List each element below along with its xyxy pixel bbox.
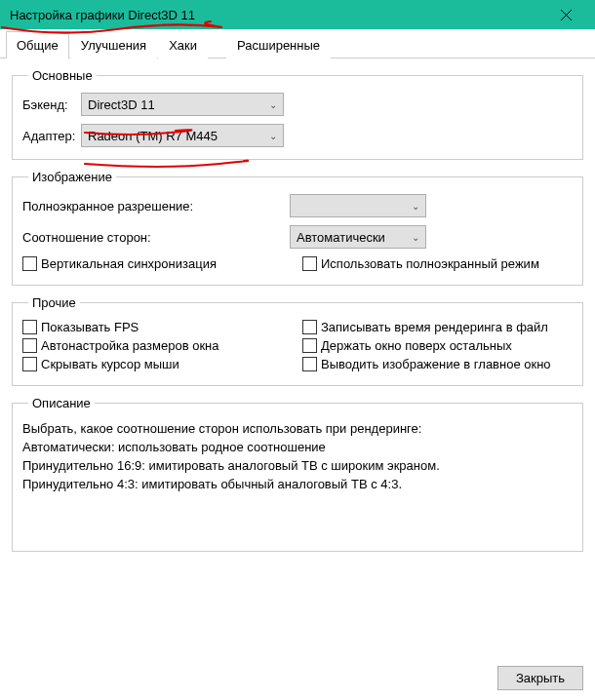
auto-window-label: Автонастройка размеров окна: [41, 338, 218, 353]
tab-content: Основные Бэкенд: Direct3D 11 ⌄ Адаптер: …: [0, 58, 595, 571]
tab-general[interactable]: Общие: [6, 31, 69, 58]
backend-select-value: Direct3D 11: [88, 97, 155, 112]
render-to-main-label: Выводить изображение в главное окно: [321, 357, 551, 371]
adapter-select-value: Radeon (TM) R7 M445: [88, 129, 218, 143]
aspect-select-value: Автоматически: [297, 230, 385, 245]
aspect-label: Соотношение сторон:: [22, 230, 208, 245]
show-fps-label: Показывать FPS: [41, 320, 139, 334]
hide-cursor-label: Скрывать курсор мыши: [41, 357, 179, 371]
backend-select[interactable]: Direct3D 11 ⌄: [81, 93, 284, 116]
title-bar: Настройка графики Direct3D 11: [0, 0, 595, 29]
show-fps-checkbox[interactable]: [22, 320, 37, 334]
tab-hacks[interactable]: Хаки: [158, 31, 208, 58]
vsync-checkbox-row[interactable]: Вертикальная синхронизация: [22, 256, 293, 271]
keep-ontop-checkbox-row[interactable]: Держать окно поверх остальных: [302, 338, 573, 353]
group-description: Описание Выбрать, какое соотношение стор…: [12, 396, 583, 552]
group-basic-title: Основные: [28, 68, 97, 83]
log-render-checkbox[interactable]: [302, 320, 317, 334]
hide-cursor-checkbox[interactable]: [22, 357, 37, 371]
fullres-select[interactable]: ⌄: [290, 194, 426, 217]
chevron-down-icon: ⌄: [412, 201, 419, 212]
render-to-main-checkbox-row[interactable]: Выводить изображение в главное окно: [302, 357, 573, 371]
fullres-label: Полноэкранное разрешение:: [22, 199, 208, 214]
log-render-label: Записывать время рендеринга в файл: [321, 320, 548, 334]
group-image-title: Изображение: [28, 170, 116, 184]
hide-cursor-checkbox-row[interactable]: Скрывать курсор мыши: [22, 357, 293, 371]
description-text: Выбрать, какое соотношение сторон исполь…: [22, 420, 573, 493]
fullscreen-checkbox-row[interactable]: Использовать полноэкранный режим: [302, 256, 573, 271]
chevron-down-icon: ⌄: [269, 99, 277, 110]
window-title: Настройка графики Direct3D 11: [10, 8, 546, 22]
fullres-row: Полноэкранное разрешение: ⌄: [22, 194, 573, 217]
keep-ontop-label: Держать окно поверх остальных: [321, 338, 512, 353]
adapter-select[interactable]: Radeon (TM) R7 M445 ⌄: [81, 124, 284, 147]
group-image: Изображение Полноэкранное разрешение: ⌄ …: [12, 170, 583, 286]
tab-enhancements[interactable]: Улучшения: [70, 31, 157, 58]
group-description-title: Описание: [28, 396, 95, 410]
other-row-1: Показывать FPS Записывать время рендерин…: [22, 320, 573, 334]
chevron-down-icon: ⌄: [269, 131, 277, 141]
close-icon: [561, 10, 572, 20]
group-other-title: Прочие: [28, 295, 80, 310]
adapter-label: Адаптер:: [22, 129, 81, 143]
auto-window-checkbox[interactable]: [22, 338, 37, 353]
close-window-button[interactable]: [546, 0, 585, 29]
group-other: Прочие Показывать FPS Записывать время р…: [12, 295, 583, 386]
backend-label: Бэкенд:: [22, 97, 81, 112]
tab-advanced[interactable]: Расширенные: [226, 31, 331, 58]
adapter-row: Адаптер: Radeon (TM) R7 M445 ⌄: [22, 124, 573, 147]
log-render-checkbox-row[interactable]: Записывать время рендеринга в файл: [302, 320, 573, 334]
other-row-2: Автонастройка размеров окна Держать окно…: [22, 338, 573, 353]
image-checkbox-row: Вертикальная синхронизация Использовать …: [22, 256, 573, 271]
tab-bar: Общие Улучшения Хаки Расширенные: [0, 29, 595, 58]
close-button[interactable]: Закрыть: [497, 666, 583, 690]
keep-ontop-checkbox[interactable]: [302, 338, 317, 353]
dialog-footer: Закрыть: [497, 666, 583, 690]
vsync-checkbox[interactable]: [22, 256, 37, 271]
auto-window-checkbox-row[interactable]: Автонастройка размеров окна: [22, 338, 293, 353]
vsync-label: Вертикальная синхронизация: [41, 256, 217, 271]
show-fps-checkbox-row[interactable]: Показывать FPS: [22, 320, 293, 334]
group-basic: Основные Бэкенд: Direct3D 11 ⌄ Адаптер: …: [12, 68, 583, 160]
fullscreen-checkbox[interactable]: [302, 256, 317, 271]
other-row-3: Скрывать курсор мыши Выводить изображени…: [22, 357, 573, 371]
render-to-main-checkbox[interactable]: [302, 357, 317, 371]
aspect-select[interactable]: Автоматически ⌄: [290, 225, 426, 249]
backend-row: Бэкенд: Direct3D 11 ⌄: [22, 93, 573, 116]
fullscreen-label: Использовать полноэкранный режим: [321, 256, 539, 271]
aspect-row: Соотношение сторон: Автоматически ⌄: [22, 225, 573, 249]
chevron-down-icon: ⌄: [412, 232, 419, 243]
